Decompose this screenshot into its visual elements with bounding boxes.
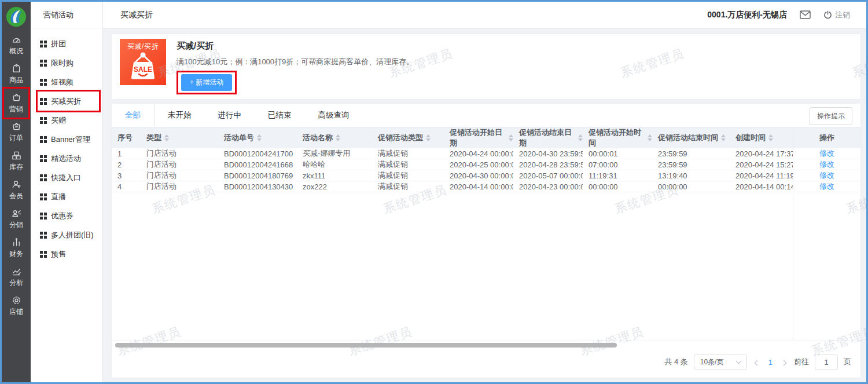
sidebar-item-shop[interactable]: 店铺 xyxy=(2,291,31,320)
table-cell: 23:59:59 xyxy=(652,160,730,169)
column-header-5[interactable]: 促销活动开始日期 xyxy=(444,127,513,148)
analysis-icon xyxy=(12,266,21,276)
table-cell: BD00012004180769 xyxy=(218,171,297,180)
submenu-item-3[interactable]: 买减买折 xyxy=(31,92,102,111)
table-cell: 2020-04-24 17:37:42 xyxy=(730,149,793,158)
submenu-item-11[interactable]: 预售 xyxy=(31,244,102,264)
edit-link[interactable]: 修改 xyxy=(819,159,834,170)
banner-info: 买减/买折 满100元减10元；例：满1000打9折；可帮商家提高客单价、清理库… xyxy=(176,39,414,94)
message-button[interactable] xyxy=(800,10,811,19)
tab-4[interactable]: 高级查询 xyxy=(305,104,363,127)
page-size-select[interactable]: 10条/页 xyxy=(694,354,747,370)
column-header-3[interactable]: 活动名称 xyxy=(297,133,372,143)
gear-icon xyxy=(12,295,21,305)
submenu-item-10[interactable]: 多人拼团(旧) xyxy=(31,225,102,244)
sidebar-item-goods[interactable]: 商品 xyxy=(2,60,31,89)
tips-button[interactable]: 操作提示 xyxy=(810,107,852,125)
table-cell: 00:00:00 xyxy=(652,182,730,191)
table-cell: 3 xyxy=(112,171,141,180)
column-header-4[interactable]: 促销活动类型 xyxy=(372,133,444,143)
grid-icon xyxy=(40,79,47,86)
dashboard-icon xyxy=(12,35,21,45)
pagination: 共 4 条 10条/页 1 前往 页 xyxy=(112,351,860,378)
table-cell: 门店活动 xyxy=(141,170,218,181)
submenu-item-label: 快捷入口 xyxy=(51,173,81,183)
add-activity-button[interactable]: + 新增活动 xyxy=(181,74,232,91)
submenu-item-4[interactable]: 买赠 xyxy=(31,111,102,130)
app-logo[interactable] xyxy=(6,6,27,27)
submenu-item-9[interactable]: 优惠券 xyxy=(31,206,102,225)
sidebar-item-distribution[interactable]: 分销 xyxy=(2,204,31,233)
promo-badge: 买减/买折 SALE xyxy=(120,39,166,85)
submenu-item-label: Banner管理 xyxy=(51,134,90,145)
table-cell: 07:00:00 xyxy=(583,160,652,169)
submenu-item-2[interactable]: 短视频 xyxy=(31,72,102,92)
sidebar-item-finance[interactable]: 财务 xyxy=(2,233,31,262)
submenu-item-5[interactable]: Banner管理 xyxy=(31,130,102,149)
marketing-cart-icon xyxy=(12,93,21,103)
submenu-item-0[interactable]: 拼团 xyxy=(31,34,102,53)
sidebar-item-orders[interactable]: 订单 xyxy=(2,118,31,147)
table-cell: 哈哈哈 xyxy=(297,159,372,170)
page-size-value: 10条/页 xyxy=(700,357,724,367)
table-header-row: 序号类型活动单号活动名称促销活动类型促销活动开始日期促销活动结束日期促销活动开始… xyxy=(112,127,860,148)
submenu-item-7[interactable]: 快捷入口 xyxy=(31,168,102,187)
sidebar-item-label: 库存 xyxy=(9,162,23,172)
table-cell: 1 xyxy=(112,149,141,158)
distribution-icon xyxy=(12,209,21,218)
column-header-7[interactable]: 促销活动开始时间 xyxy=(583,127,652,148)
tab-2[interactable]: 进行中 xyxy=(205,104,255,127)
activity-list-card: 全部未开始进行中已结束高级查询操作提示 序号类型活动单号活动名称促销活动类型促销… xyxy=(112,104,860,378)
column-header-8[interactable]: 促销活动结束时间 xyxy=(652,133,730,143)
column-header-6[interactable]: 促销活动结束日期 xyxy=(513,127,583,148)
scrollbar-thumb[interactable] xyxy=(115,343,617,348)
sidebar-item-analysis[interactable]: 分析 xyxy=(2,262,31,291)
grid-icon xyxy=(40,155,47,162)
grid-icon xyxy=(40,213,47,220)
column-header-2[interactable]: 活动单号 xyxy=(218,133,297,143)
sort-caret-icon xyxy=(721,134,726,141)
column-label: 操作 xyxy=(819,133,834,143)
submenu-item-label: 预售 xyxy=(51,249,66,259)
total-count: 共 4 条 xyxy=(664,357,687,367)
sale-text: SALE xyxy=(134,65,152,74)
logout-button[interactable]: 注销 xyxy=(823,10,850,20)
tab-0[interactable]: 全部 xyxy=(112,104,155,127)
sidebar-item-label: 会员 xyxy=(9,191,23,201)
sidebar-item-inventory[interactable]: 库存 xyxy=(2,147,31,175)
prev-page-button[interactable] xyxy=(753,356,762,369)
table-cell: 满减促销 xyxy=(372,170,444,181)
sidebar-item-members[interactable]: 会员 xyxy=(2,175,31,204)
edit-link[interactable]: 修改 xyxy=(819,181,834,192)
goto-page-input[interactable] xyxy=(815,354,838,370)
envelope-icon xyxy=(800,10,811,19)
edit-link[interactable]: 修改 xyxy=(819,148,834,159)
current-page[interactable]: 1 xyxy=(767,358,774,367)
column-header-1[interactable]: 类型 xyxy=(141,133,218,143)
submenu-item-1[interactable]: 限时购 xyxy=(31,53,102,72)
sort-caret-icon xyxy=(257,134,262,141)
bar-chart-icon xyxy=(12,237,21,247)
tab-3[interactable]: 已结束 xyxy=(255,104,305,127)
sidebar-item-overview[interactable]: 概况 xyxy=(2,31,31,60)
sidebar-item-marketing[interactable]: 营销 xyxy=(2,89,31,118)
submenu-item-6[interactable]: 精选活动 xyxy=(31,149,102,168)
table-cell: 2020-04-24 15:27:59 xyxy=(730,160,793,169)
column-header-9[interactable]: 创建时间 xyxy=(730,133,793,143)
banner-title: 买减/买折 xyxy=(176,41,414,52)
content: 买减/买折 SALE 买减/买折 满100元减10元；例：满1000打9折；可帮… xyxy=(103,28,866,382)
sidebar-item-label: 财务 xyxy=(9,249,23,259)
submenu-item-8[interactable]: 直播 xyxy=(31,187,102,206)
submenu-list: 拼团 限时购 短视频 买减买折 买赠 Banner管理 精选活动 快捷入口 直播… xyxy=(31,28,102,264)
tab-1[interactable]: 未开始 xyxy=(155,104,205,127)
edit-link[interactable]: 修改 xyxy=(819,170,834,181)
table-cell-action: 修改 xyxy=(793,159,860,170)
table-cell: BD00012004130430 xyxy=(218,182,297,191)
grid-icon xyxy=(40,41,47,47)
column-header-10: 操作 xyxy=(793,133,860,143)
table-cell: 买减-娜娜专用 xyxy=(297,148,372,159)
sidebar-item-label: 商品 xyxy=(9,75,23,85)
next-page-button[interactable] xyxy=(779,356,788,369)
submenu-item-label: 拼团 xyxy=(51,39,66,49)
submenu-item-label: 多人拼团(旧) xyxy=(51,230,94,240)
